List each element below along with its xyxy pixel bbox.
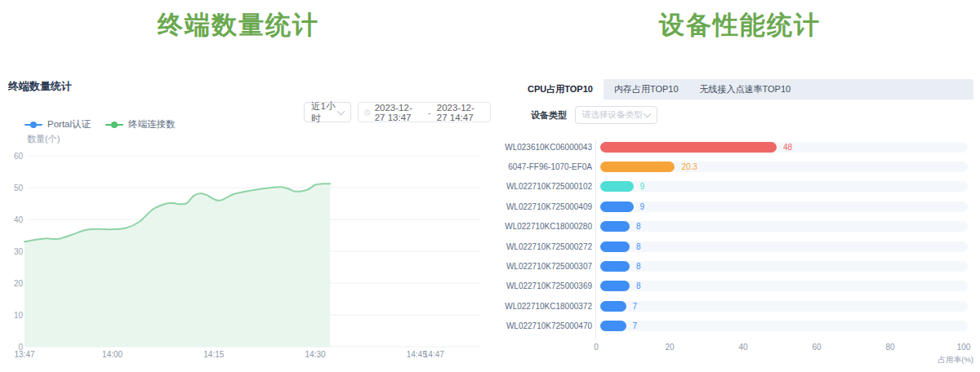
bar-track: 8 — [600, 241, 968, 252]
x-tick-label: 13:47 — [14, 350, 34, 359]
bar[interactable] — [600, 142, 777, 153]
bar-row: WL022710K7250003698 — [502, 277, 973, 296]
bar[interactable] — [600, 221, 630, 232]
bar-track: 48 — [600, 142, 968, 153]
chevron-down-icon — [644, 110, 652, 118]
device-type-placeholder: 请选择设备类型 — [582, 109, 643, 121]
bar-row: 6047-FF96-1070-EF0A20.3 — [502, 157, 973, 176]
bar-category-label: WL022710K725000272 — [502, 242, 599, 251]
bar-x-tick-label: 40 — [738, 343, 747, 352]
legend-item[interactable]: Portal认证 — [24, 118, 91, 131]
y-tick-label: 30 — [14, 247, 24, 256]
bar[interactable] — [600, 261, 630, 272]
y-tick-label: 10 — [14, 311, 24, 320]
left-page-title: 终端数量统计 — [0, 8, 477, 42]
tab-1[interactable]: 内存占用TOP10 — [604, 79, 689, 100]
area-fill — [24, 184, 330, 347]
bar-category-label: WL023610KC06000043 — [502, 143, 599, 152]
bar[interactable] — [600, 202, 634, 212]
bar-value-label: 9 — [640, 202, 645, 212]
bar-x-axis-ticks: 020406080100 — [502, 343, 973, 352]
device-type-label: 设备类型 — [531, 109, 567, 122]
bar-category-label: WL022710K725000470 — [502, 321, 599, 330]
bar-x-tick-label: 0 — [594, 343, 599, 352]
bar[interactable] — [600, 162, 675, 172]
line-chart[interactable]: 010203040506013:4714:0014:1514:3014:4514… — [0, 147, 498, 372]
bar-category-label: WL022710KC18000372 — [502, 302, 599, 311]
legend-marker-icon — [105, 122, 123, 128]
legend-label: Portal认证 — [47, 118, 91, 131]
date-range-end: 2023-12-27 14:47 — [437, 103, 484, 122]
bar-row: WL023610KC0600004348 — [502, 137, 973, 157]
device-type-filter: 设备类型 请选择设备类型 — [531, 106, 657, 124]
bar-value-label: 8 — [636, 222, 641, 232]
bar-value-label: 8 — [636, 262, 641, 272]
chart-legend: Portal认证终端连接数 — [24, 118, 176, 131]
chevron-down-icon — [337, 107, 345, 115]
bar-row: WL022710K7250004099 — [502, 197, 973, 216]
bar-chart-axis-line — [595, 140, 596, 339]
bar-category-label: WL022710K725000369 — [502, 281, 599, 290]
bar[interactable] — [600, 181, 634, 192]
legend-marker-icon — [24, 122, 42, 128]
bar-row: WL022710KC180003727 — [502, 296, 973, 316]
bar[interactable] — [600, 301, 626, 312]
bar-row: WL022710KC180002808 — [502, 217, 973, 237]
bar-track: 9 — [600, 202, 968, 212]
bar-value-label: 20.3 — [681, 162, 697, 172]
y-tick-label: 40 — [14, 215, 24, 224]
bar-row: WL022710K7250002728 — [502, 237, 973, 256]
clock-icon — [364, 108, 371, 117]
bar[interactable] — [600, 321, 626, 331]
bar-x-tick-label: 60 — [812, 343, 821, 352]
y-tick-label: 60 — [14, 152, 24, 161]
bar-track: 7 — [600, 301, 968, 312]
bar-chart[interactable]: WL023610KC06000043486047-FF96-1070-EF0A2… — [502, 137, 973, 372]
bar-value-label: 8 — [636, 281, 641, 291]
device-type-select[interactable]: 请选择设备类型 — [575, 106, 657, 124]
bar-track: 7 — [600, 321, 968, 331]
time-range-value: 近1小时 — [311, 100, 338, 125]
x-tick-label: 14:15 — [203, 350, 224, 359]
bar-track: 20.3 — [600, 162, 968, 172]
bar-category-label: WL022710K725000409 — [502, 202, 599, 211]
x-tick-label: 14:47 — [424, 350, 444, 359]
bar-row: WL022710K7250004707 — [502, 317, 973, 336]
y-tick-label: 50 — [14, 184, 24, 193]
bar-x-tick-label: 100 — [957, 343, 971, 352]
bar-row: WL022710K7250003078 — [502, 256, 973, 276]
bar-category-label: 6047-FF96-1070-EF0A — [502, 162, 599, 171]
bar-value-label: 48 — [783, 143, 792, 153]
tab-0[interactable]: CPU占用TOP10 — [517, 79, 604, 100]
bar-x-tick-label: 20 — [665, 343, 674, 352]
date-range-picker[interactable]: 2023-12-27 13:47 - 2023-12-27 14:47 — [358, 102, 491, 122]
bar-category-label: WL022710K725000307 — [502, 262, 599, 271]
bar-track: 9 — [600, 181, 968, 192]
bar-category-label: WL022710K725000102 — [502, 182, 599, 191]
tab-bar: CPU占用TOP10内存占用TOP10无线接入点速率TOP10 — [517, 79, 973, 100]
right-page-title: 设备性能统计 — [503, 8, 977, 42]
time-range-select[interactable]: 近1小时 — [304, 102, 351, 122]
date-range-start: 2023-12-27 13:47 — [375, 103, 422, 122]
bar[interactable] — [600, 241, 630, 252]
bar-rows: WL023610KC06000043486047-FF96-1070-EF0A2… — [502, 137, 973, 336]
x-tick-label: 14:30 — [305, 350, 326, 359]
bar-row: WL022710K7250001029 — [502, 177, 973, 197]
x-tick-label: 14:00 — [102, 350, 122, 359]
bar-value-label: 9 — [640, 182, 645, 192]
y-tick-label: 20 — [14, 279, 24, 288]
dashboard: 终端数量统计 终端数量统计 近1小时 2023-12-27 13:47 - 20… — [0, 0, 980, 372]
bar[interactable] — [600, 281, 630, 291]
bar-track: 8 — [600, 221, 968, 232]
bar-track: 8 — [600, 261, 968, 272]
bar-track: 8 — [600, 281, 968, 291]
legend-item[interactable]: 终端连接数 — [105, 118, 176, 131]
tab-2[interactable]: 无线接入点速率TOP10 — [689, 79, 802, 100]
bar-x-tick-label: 80 — [885, 343, 894, 352]
y-axis-name: 数量(个) — [27, 133, 60, 145]
date-range-separator: - — [426, 108, 433, 117]
bar-value-label: 7 — [633, 321, 638, 331]
legend-label: 终端连接数 — [128, 118, 176, 131]
bar-value-label: 8 — [636, 242, 641, 252]
terminal-panel-title: 终端数量统计 — [8, 79, 72, 94]
